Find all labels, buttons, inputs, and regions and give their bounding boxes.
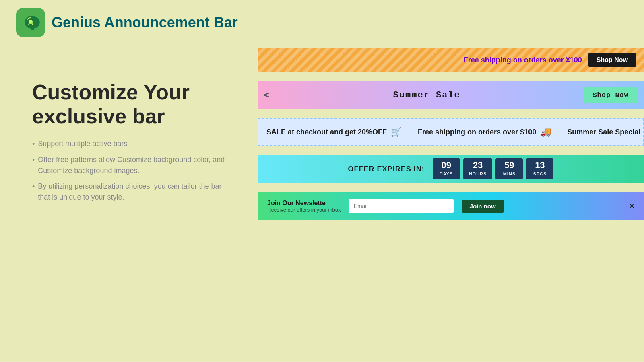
days-label: DAYS	[440, 171, 453, 176]
bar-shipping: Free shipping on orders over ¥100 Shop N…	[258, 48, 644, 72]
header: Genius Announcement Bar	[0, 0, 644, 45]
countdown-secs: 13 SECS	[526, 158, 553, 179]
countdown-days: 09 DAYS	[433, 158, 460, 179]
countdown-units: 09 DAYS 23 HOURS 59 MINS 13 SECS	[433, 158, 554, 179]
feature-item-3: By utilizing personalization choices, yo…	[32, 181, 225, 203]
ticker-item-1: SALE at checkout and get 20%OFF 🛒	[266, 127, 402, 137]
ticker-item-3: Summer Sale Special Offers Available ☀️	[567, 127, 644, 137]
bar-1-bg	[258, 48, 644, 72]
ticker-text-3: Summer Sale Special Offers Available	[567, 128, 644, 136]
join-now-button[interactable]: Join now	[462, 200, 504, 213]
bar-ticker: SALE at checkout and get 20%OFF 🛒 Free s…	[258, 118, 644, 146]
mins-number: 59	[501, 161, 517, 170]
bar-newsletter: Join Our Newslette Receive our offers in…	[258, 192, 644, 220]
bars-container: Free shipping on orders over ¥100 Shop N…	[258, 48, 644, 220]
ticker-text-2: Free shipping on orders over $100	[418, 128, 536, 136]
secs-label: SECS	[533, 171, 547, 176]
ticker-emoji-2: 🚚	[540, 127, 551, 137]
newsletter-email-input[interactable]	[349, 199, 454, 213]
countdown-hours: 23 HOURS	[463, 158, 493, 179]
left-content: Customize Your exclusive bar Support mul…	[32, 80, 225, 203]
bar-2-text: Summer Sale	[276, 90, 577, 100]
headline: Customize Your exclusive bar	[32, 80, 225, 129]
days-number: 09	[438, 161, 454, 170]
newsletter-subtitle: Receive our offers in your inbox	[267, 207, 341, 213]
ticker-inner: SALE at checkout and get 20%OFF 🛒 Free s…	[258, 127, 644, 137]
countdown-mins: 59 MINS	[495, 158, 523, 179]
logo-icon	[16, 8, 45, 37]
hours-number: 23	[469, 161, 487, 170]
newsletter-texts: Join Our Newslette Receive our offers in…	[267, 200, 341, 213]
shop-now-button-1[interactable]: Shop Now	[588, 53, 636, 67]
ticker-text-1: SALE at checkout and get 20%OFF	[266, 128, 387, 136]
offer-expires-label: OFFER EXPIRES IN:	[348, 165, 425, 173]
newsletter-close-icon[interactable]: ×	[629, 201, 634, 211]
feature-item-2: Offer free patterns allow Customize back…	[32, 154, 225, 176]
shop-now-button-2[interactable]: Shop Now	[584, 87, 638, 103]
bar-1-text: Free shipping on orders over ¥100	[464, 56, 582, 64]
app-title: Genius Announcement Bar	[52, 14, 238, 31]
secs-number: 13	[532, 161, 548, 170]
bar-summer-sale: < Summer Sale Shop Now	[258, 81, 644, 109]
hours-label: HOURS	[469, 171, 487, 176]
bar-countdown: OFFER EXPIRES IN: 09 DAYS 23 HOURS 59 MI…	[258, 155, 644, 183]
carousel-prev-arrow[interactable]: <	[264, 89, 270, 101]
features-list: Support multiple active bars Offer free …	[32, 138, 225, 203]
ticker-item-2: Free shipping on orders over $100 🚚	[418, 127, 551, 137]
mins-label: MINS	[503, 171, 516, 176]
newsletter-title: Join Our Newslette	[267, 200, 341, 207]
feature-item-1: Support multiple active bars	[32, 138, 225, 150]
ticker-emoji-1: 🛒	[391, 127, 402, 137]
